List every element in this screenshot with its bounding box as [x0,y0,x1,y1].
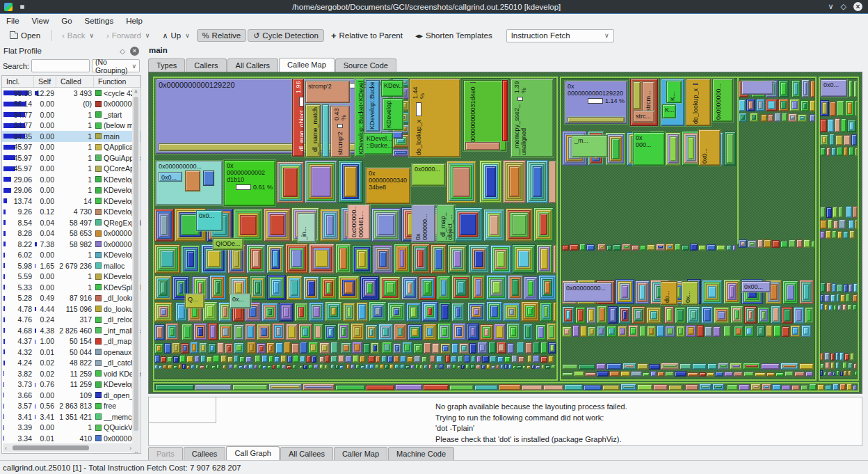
treemap-cell[interactable] [842,304,846,310]
treemap-cell[interactable] [472,275,485,300]
treemap-cell[interactable] [666,132,681,166]
treemap-cell[interactable] [202,301,218,322]
treemap-cell[interactable] [790,325,801,337]
treemap-cell[interactable] [618,326,627,337]
treemap-cell[interactable] [451,343,458,354]
treemap-node[interactable]: 0x 00000000002 d1b100.61 % [224,160,275,206]
treemap-cell[interactable] [394,324,407,340]
treemap-cell[interactable] [649,364,660,370]
treemap-cell[interactable] [803,239,810,248]
treemap-cell[interactable] [824,294,830,302]
treemap-cell[interactable] [848,363,853,369]
treemap-cell[interactable] [503,160,526,203]
treemap-cell[interactable] [335,385,365,390]
treemap-node[interactable]: 0x00... [741,281,771,292]
treemap-cell[interactable] [319,342,330,354]
table-row[interactable]: 6.020.001KDevelop:: [2,250,140,261]
treemap-cell[interactable] [757,325,765,337]
treemap-cell[interactable] [458,356,463,363]
treemap-cell[interactable] [339,365,344,369]
treemap-cell[interactable] [844,135,851,145]
table-row[interactable]: 3.413.411 351 421__memcpy [2,411,140,422]
treemap-cell[interactable] [494,324,506,340]
treemap-cell[interactable] [209,275,226,300]
tab-call-graph[interactable]: Call Graph [226,446,280,460]
treemap-cell[interactable] [605,132,626,166]
treemap-cell[interactable] [406,303,421,322]
treemap-cell[interactable] [798,114,807,122]
treemap-cell[interactable] [825,362,830,369]
treemap-cell[interactable] [154,209,174,242]
treemap-cell[interactable] [173,356,179,363]
treemap-cell[interactable] [257,324,271,340]
treemap-cell[interactable] [772,384,781,390]
treemap-cell[interactable] [849,80,853,97]
treemap-cell[interactable] [430,355,435,363]
treemap-cell[interactable] [820,148,826,156]
treemap-cell[interactable] [837,231,842,239]
treemap-cell[interactable] [266,342,275,354]
treemap-cell[interactable] [262,303,278,322]
treemap-cell[interactable] [545,365,550,369]
treemap-cell[interactable] [820,100,829,116]
treemap-cell[interactable] [756,99,765,111]
treemap-cell[interactable] [491,365,495,369]
treemap-cell[interactable] [245,324,256,340]
tab-parts[interactable]: Parts [148,447,183,460]
treemap-cell[interactable] [243,365,248,369]
table-row[interactable]: 84.770.001(below mai [2,120,140,132]
treemap-cell[interactable] [744,306,757,324]
treemap-cell[interactable] [850,353,854,361]
treemap-cell[interactable] [266,244,284,274]
treemap-cell[interactable] [400,356,406,363]
treemap-cell[interactable] [835,362,839,369]
treemap-cell[interactable] [393,343,401,354]
table-row[interactable]: 3.660.00109dl_open_w [2,390,140,401]
minimize-icon[interactable]: ∨ [828,3,833,10]
tab-types[interactable]: Types [148,58,185,72]
treemap-cell[interactable] [782,385,791,390]
treemap-cell[interactable] [287,276,303,300]
treemap-cell[interactable] [855,100,858,116]
menu-go[interactable]: Go [55,15,78,26]
back-button[interactable]: ‹ Back ∨ [56,29,99,42]
treemap-cell[interactable] [739,100,746,111]
treemap-cell[interactable] [553,245,556,274]
treemap-cell[interactable] [179,355,186,363]
treemap-cell[interactable] [844,284,848,292]
treemap-cell[interactable] [820,231,825,239]
treemap-cell[interactable] [504,364,508,369]
treemap-node[interactable]: strcmp'20.43 % [330,106,350,157]
treemap-cell[interactable] [182,364,186,369]
treemap-node[interactable]: KDevelop::Bucket<KDevelop::Qu... [366,80,380,132]
treemap-cell[interactable] [840,372,843,376]
tab-caller-map[interactable]: Caller Map [334,447,387,460]
treemap-cell[interactable] [166,323,179,340]
treemap-cell[interactable] [465,364,469,369]
treemap-cell[interactable] [536,324,546,340]
table-row[interactable]: 4.760.24317_dl_relocat [2,315,140,326]
treemap-cell[interactable] [540,356,547,363]
treemap-cell[interactable] [521,301,539,322]
treemap-cell[interactable] [195,365,199,369]
treemap-cell[interactable] [320,276,337,300]
table-row[interactable]: 5.590.001KDevelop:: [2,271,140,283]
treemap-cell[interactable] [580,326,587,337]
treemap-cell[interactable] [826,207,832,218]
treemap-cell[interactable] [294,303,308,322]
treemap-cell[interactable] [699,372,706,377]
treemap-cell[interactable] [247,342,256,354]
treemap-cell[interactable] [527,160,548,203]
treemap-cell[interactable] [801,100,809,111]
search-input[interactable] [31,59,90,72]
treemap-cell[interactable] [828,305,833,310]
treemap-cell[interactable] [394,364,399,369]
treemap-cell[interactable] [646,307,661,324]
treemap-cell[interactable] [608,306,618,324]
treemap-cell[interactable] [474,385,498,390]
treemap-cell[interactable] [452,364,456,369]
treemap-cell[interactable] [239,356,245,363]
treemap-cell[interactable] [286,324,298,340]
treemap-cell[interactable] [836,294,839,302]
treemap-cell[interactable] [284,342,291,354]
